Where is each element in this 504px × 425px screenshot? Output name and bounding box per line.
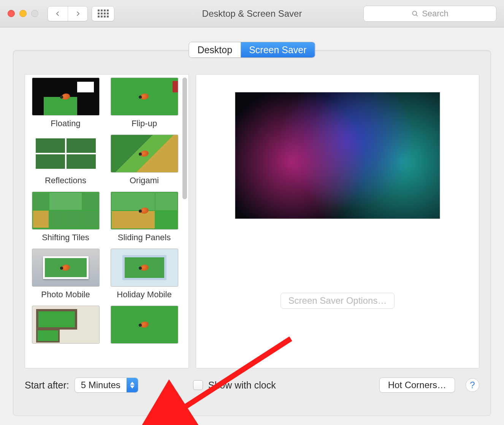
screensaver-item-label: Shifting Tiles bbox=[30, 233, 101, 243]
screensaver-item[interactable] bbox=[108, 306, 180, 347]
show-with-clock-label: Show with clock bbox=[208, 380, 276, 391]
start-after-label: Start after: bbox=[25, 380, 69, 391]
screensaver-thumbnail bbox=[111, 135, 178, 173]
screensaver-thumbnail bbox=[32, 78, 100, 116]
screensaver-thumbnail bbox=[32, 192, 100, 230]
search-icon bbox=[411, 10, 419, 17]
bottom-controls: Start after: 5 Minutes Show with clock H… bbox=[25, 377, 479, 393]
show-all-button[interactable] bbox=[92, 6, 114, 21]
screensaver-thumbnail bbox=[32, 135, 100, 173]
screensaver-item[interactable]: Origami bbox=[108, 135, 180, 186]
svg-line-1 bbox=[416, 14, 418, 16]
screensaver-item-label: Origami bbox=[108, 176, 180, 186]
screensaver-thumbnail bbox=[111, 192, 178, 230]
screensaver-item[interactable]: Holiday Mobile bbox=[108, 249, 180, 300]
screensaver-item[interactable]: Photo Mobile bbox=[30, 249, 101, 300]
zoom-window-button[interactable] bbox=[31, 10, 38, 17]
window-titlebar: Desktop & Screen Saver Search bbox=[0, 0, 504, 27]
nav-back-forward bbox=[48, 6, 88, 21]
tab-desktop[interactable]: Desktop bbox=[189, 42, 241, 57]
screensaver-thumbnail bbox=[111, 249, 178, 287]
content-row: FloatingFlip-upReflectionsOrigamiShiftin… bbox=[25, 74, 479, 368]
screensaver-item-label: Flip-up bbox=[108, 119, 180, 128]
forward-button[interactable] bbox=[68, 6, 87, 21]
screensaver-item-label: Reflections bbox=[30, 176, 101, 186]
screen-saver-options-button[interactable]: Screen Saver Options… bbox=[281, 293, 395, 309]
screensaver-item[interactable]: Floating bbox=[30, 78, 101, 128]
screensaver-thumbnail bbox=[111, 306, 178, 344]
screensaver-item[interactable]: Reflections bbox=[30, 135, 101, 186]
hot-corners-button[interactable]: Hot Corners… bbox=[379, 377, 455, 393]
screensaver-item-label: Holiday Mobile bbox=[108, 290, 180, 300]
preview-pane: Screen Saver Options… bbox=[196, 74, 479, 368]
screensaver-preview[interactable] bbox=[235, 92, 440, 219]
screensaver-thumbnail bbox=[111, 78, 178, 116]
screensaver-list[interactable]: FloatingFlip-upReflectionsOrigamiShiftin… bbox=[25, 74, 189, 368]
screensaver-item-label: Sliding Panels bbox=[108, 233, 180, 243]
screensaver-thumbnail bbox=[32, 306, 100, 344]
help-button[interactable]: ? bbox=[466, 378, 479, 392]
tab-screen-saver[interactable]: Screen Saver bbox=[241, 42, 315, 57]
show-with-clock-checkbox[interactable] bbox=[193, 380, 203, 390]
search-field[interactable]: Search bbox=[363, 6, 496, 22]
screensaver-item-label: Photo Mobile bbox=[30, 290, 101, 300]
chevron-right-icon bbox=[74, 10, 81, 17]
grid-icon bbox=[98, 10, 109, 17]
panel: FloatingFlip-upReflectionsOrigamiShiftin… bbox=[13, 50, 491, 416]
stepper-icon bbox=[127, 378, 138, 392]
svg-point-0 bbox=[412, 11, 417, 15]
screensaver-thumbnail bbox=[32, 249, 100, 287]
close-window-button[interactable] bbox=[8, 10, 15, 17]
minimize-window-button[interactable] bbox=[19, 10, 27, 17]
screensaver-item[interactable]: Sliding Panels bbox=[108, 192, 180, 243]
svg-marker-3 bbox=[130, 385, 135, 389]
scrollbar-thumb[interactable] bbox=[182, 78, 187, 199]
tab-bar: Desktop Screen Saver bbox=[189, 42, 315, 58]
screensaver-item-label: Floating bbox=[30, 119, 101, 128]
svg-marker-2 bbox=[130, 382, 135, 385]
screensaver-item[interactable]: Shifting Tiles bbox=[30, 192, 101, 243]
screensaver-item[interactable]: Flip-up bbox=[108, 78, 180, 128]
screensaver-item[interactable] bbox=[30, 306, 101, 347]
back-button[interactable] bbox=[48, 6, 68, 21]
start-after-value: 5 Minutes bbox=[75, 380, 127, 390]
preferences-pane: Desktop Screen Saver FloatingFlip-upRefl… bbox=[0, 27, 504, 425]
traffic-lights bbox=[8, 10, 38, 17]
search-placeholder: Search bbox=[422, 9, 449, 19]
chevron-left-icon bbox=[54, 10, 61, 17]
start-after-popup[interactable]: 5 Minutes bbox=[74, 377, 138, 393]
